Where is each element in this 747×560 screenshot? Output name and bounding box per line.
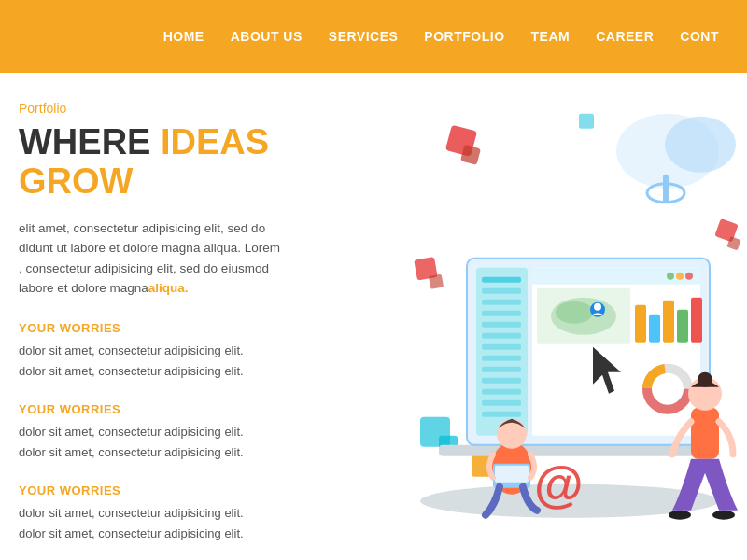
svg-rect-28	[482, 400, 521, 406]
svg-point-57	[669, 511, 691, 520]
svg-rect-21	[482, 322, 521, 328]
svg-rect-25	[482, 367, 521, 372]
worry-title-1: YOUR WORRIES	[19, 321, 374, 335]
worry-text-2-1: dolor sit amet, consectetur adipisicing …	[19, 422, 374, 442]
svg-rect-3	[429, 274, 444, 289]
worry-text-1-1: dolor sit amet, consectetur adipisicing …	[19, 341, 374, 361]
svg-rect-19	[482, 300, 521, 305]
svg-rect-27	[482, 389, 521, 395]
svg-point-58	[712, 511, 735, 520]
svg-rect-17	[482, 277, 521, 283]
svg-point-34	[667, 273, 674, 280]
hero-title-plain: WHERE	[19, 122, 161, 161]
svg-rect-53	[495, 466, 529, 483]
breadcrumb: Portfolio	[19, 101, 374, 116]
svg-rect-23	[482, 344, 521, 350]
hero-text-orange: aliqua.	[148, 281, 189, 295]
nav-about[interactable]: ABOUT US	[231, 29, 303, 44]
nav-team[interactable]: TEAM	[531, 29, 571, 44]
nav-portfolio[interactable]: PORTFOLIO	[424, 29, 504, 44]
svg-point-33	[676, 273, 684, 280]
svg-point-39	[594, 303, 601, 311]
svg-rect-20	[482, 311, 521, 316]
svg-point-10	[665, 117, 736, 173]
svg-rect-22	[482, 333, 521, 339]
nav-home[interactable]: HOME	[163, 29, 204, 44]
svg-text:@: @	[534, 455, 584, 511]
svg-rect-41	[649, 315, 660, 343]
worry-section-2: YOUR WORRIES dolor sit amet, consectetur…	[19, 402, 374, 463]
worry-text-3-2: dolor sit amet, consectetur adipisicing …	[19, 524, 374, 544]
svg-rect-24	[482, 356, 521, 361]
nav-menu: HOME ABOUT US SERVICES PORTFOLIO TEAM CA…	[163, 29, 747, 44]
main-content: Portfolio WHERE IDEAS GROW elit amet, co…	[0, 73, 747, 560]
nav-career[interactable]: CAREER	[596, 29, 654, 44]
left-panel: Portfolio WHERE IDEAS GROW elit amet, co…	[0, 101, 392, 560]
nav-contact[interactable]: CONT	[680, 29, 719, 44]
svg-rect-54	[691, 408, 719, 459]
worry-title-2: YOUR WORRIES	[19, 402, 374, 416]
svg-point-37	[556, 301, 593, 324]
worry-title-3: YOUR WORRIES	[19, 483, 374, 497]
worry-section-3: YOUR WORRIES dolor sit amet, consectetur…	[19, 483, 374, 544]
hero-text-4: labore et dolore magna	[19, 281, 148, 295]
illustration-svg: @	[392, 91, 747, 560]
svg-rect-31	[532, 268, 700, 285]
svg-rect-18	[482, 288, 521, 294]
svg-rect-29	[482, 412, 521, 417]
svg-point-32	[685, 273, 693, 280]
worry-text-2-2: dolor sit amet, consectetur adipisicing …	[19, 442, 374, 463]
svg-rect-40	[635, 305, 646, 343]
svg-rect-11	[663, 175, 669, 203]
worry-text-3-1: dolor sit amet, consectetur adipisicing …	[19, 503, 374, 524]
svg-point-56	[698, 372, 712, 387]
hero-text-1: elit amet, consectetur adipisicing elit,…	[19, 221, 265, 235]
svg-rect-8	[579, 114, 594, 129]
svg-point-51	[497, 419, 527, 449]
hero-text-3: , consectetur adipisicing elit, sed do e…	[19, 261, 269, 275]
header: HOME ABOUT US SERVICES PORTFOLIO TEAM CA…	[0, 0, 747, 73]
svg-rect-42	[663, 301, 674, 343]
svg-rect-44	[691, 298, 702, 343]
svg-rect-43	[677, 310, 688, 343]
hero-text-2: didunt ut labore et dolore magna aliqua.…	[19, 241, 280, 255]
svg-rect-26	[482, 378, 521, 384]
hero-title: WHERE IDEAS GROW	[19, 123, 374, 202]
illustration: @	[392, 91, 747, 560]
illustration-area: @	[392, 101, 747, 560]
nav-services[interactable]: SERVICES	[329, 29, 399, 44]
worry-section-1: YOUR WORRIES dolor sit amet, consectetur…	[19, 321, 374, 382]
hero-description: elit amet, consectetur adipisicing elit,…	[19, 218, 374, 299]
worry-text-1-2: dolor sit amet, consectetur adipisicing …	[19, 361, 374, 382]
